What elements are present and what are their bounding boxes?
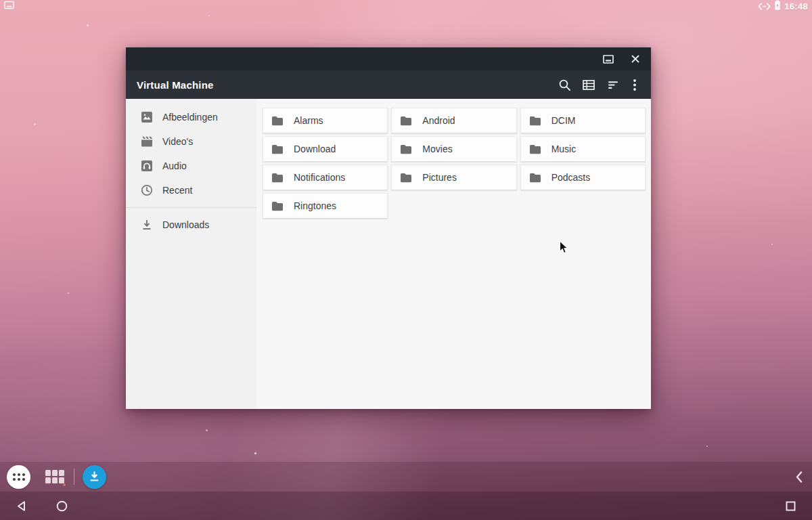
wallpaper-star: [208, 15, 210, 16]
view-list-button[interactable]: [577, 72, 601, 97]
restore-window-button[interactable]: [600, 51, 617, 67]
window-content: Afbeeldingen Video's Audio: [126, 99, 651, 409]
folder-tile-music[interactable]: Music: [520, 136, 646, 162]
wallpaper-star: [206, 429, 208, 431]
sidebar-item-recent[interactable]: Recent: [126, 178, 256, 202]
wallpaper-star: [87, 24, 89, 26]
downloads-app-icon: [89, 471, 100, 483]
folder-tile-android[interactable]: Android: [391, 108, 516, 133]
image-icon: [141, 111, 153, 123]
sidebar-item-downloads[interactable]: Downloads: [126, 213, 256, 237]
folder-name: Download: [294, 144, 336, 154]
status-clock: 16:48: [784, 1, 808, 12]
folder-tile-pictures[interactable]: Pictures: [391, 165, 516, 190]
audio-icon: [141, 160, 153, 172]
wallpaper-star: [68, 292, 69, 294]
taskbar: [0, 462, 812, 492]
folder-icon: [271, 173, 284, 183]
folder-name: Music: [551, 144, 577, 154]
folder-icon: [529, 144, 541, 154]
folder-icon: [271, 144, 284, 154]
overflow-menu-button[interactable]: [625, 72, 644, 97]
chevron-left-icon: [796, 471, 803, 483]
folder-area: Alarms Android DCIM Download: [256, 99, 651, 409]
folder-name: Alarms: [294, 115, 323, 126]
clock-icon: [141, 184, 153, 196]
sidebar-item-audio[interactable]: Audio: [126, 154, 256, 178]
downloads-app-button[interactable]: [83, 465, 106, 489]
wallpaper-star: [771, 244, 773, 245]
folder-tile-movies[interactable]: Movies: [391, 136, 516, 162]
close-window-button[interactable]: [627, 51, 644, 67]
folder-grid: Alarms Android DCIM Download: [263, 108, 646, 219]
wallpaper-star: [706, 446, 708, 447]
folder-icon: [400, 173, 412, 183]
folder-tile-alarms[interactable]: Alarms: [263, 108, 388, 133]
folder-tile-dcim[interactable]: DCIM: [520, 108, 646, 133]
screenshot-notification-icon: [4, 1, 15, 13]
sidebar-item-images[interactable]: Afbeeldingen: [126, 105, 256, 129]
notification-dot: [63, 483, 66, 486]
folder-tile-ringtones[interactable]: Ringtones: [263, 193, 388, 219]
video-icon: [141, 135, 153, 148]
folder-name: Podcasts: [551, 172, 591, 183]
recents-icon: [786, 501, 796, 511]
search-button[interactable]: [552, 72, 577, 97]
folder-name: Pictures: [422, 172, 457, 183]
back-icon: [16, 500, 26, 512]
folder-icon: [271, 201, 284, 211]
folder-name: Ringtones: [294, 200, 336, 211]
sidebar: Afbeeldingen Video's Audio: [126, 99, 256, 409]
app-drawer-button[interactable]: [7, 465, 30, 489]
sidebar-item-videos[interactable]: Video's: [126, 129, 256, 154]
sidebar-divider: [126, 207, 256, 208]
taskbar-separator: [74, 469, 74, 485]
file-manager-window: Virtual Machine: [126, 47, 651, 409]
folder-icon: [271, 116, 284, 126]
sidebar-item-label: Audio: [162, 160, 187, 171]
folder-name: Movies: [422, 144, 452, 154]
back-button[interactable]: [7, 492, 35, 520]
folder-tile-notifications[interactable]: Notifications: [263, 165, 388, 190]
sidebar-item-label: Video's: [162, 136, 193, 147]
sidebar-item-label: Recent: [162, 185, 192, 196]
folder-icon: [400, 144, 412, 154]
download-icon: [141, 219, 153, 231]
battery-charging-icon: [774, 0, 781, 13]
app-drawer-icon: [13, 473, 25, 481]
folder-tile-podcasts[interactable]: Podcasts: [520, 165, 646, 190]
navigation-bar: [0, 492, 812, 520]
ethernet-icon: [758, 1, 771, 13]
desktop-wallpaper: 16:48 Virtual Machine: [0, 0, 812, 520]
app-toolbar: Virtual Machine: [126, 70, 651, 99]
window-titlebar[interactable]: [126, 47, 651, 70]
tray-chevron-button[interactable]: [793, 469, 805, 485]
folder-tile-download[interactable]: Download: [263, 136, 388, 162]
home-icon: [56, 500, 68, 512]
sidebar-item-label: Afbeeldingen: [162, 112, 218, 123]
folder-name: Notifications: [294, 172, 345, 183]
folder-name: DCIM: [551, 115, 576, 126]
wallpaper-star: [34, 123, 36, 125]
folder-icon: [529, 116, 541, 126]
sort-button[interactable]: [601, 72, 625, 97]
sidebar-item-label: Downloads: [162, 219, 209, 230]
status-bar: 16:48: [0, 0, 812, 12]
folder-icon: [529, 173, 541, 183]
recents-button[interactable]: [777, 492, 804, 520]
home-button[interactable]: [48, 492, 75, 520]
folder-name: Android: [422, 115, 455, 126]
wallpaper-star: [254, 452, 256, 454]
window-grid-button[interactable]: [45, 470, 63, 483]
folder-icon: [400, 116, 412, 126]
window-title: Virtual Machine: [137, 79, 552, 91]
